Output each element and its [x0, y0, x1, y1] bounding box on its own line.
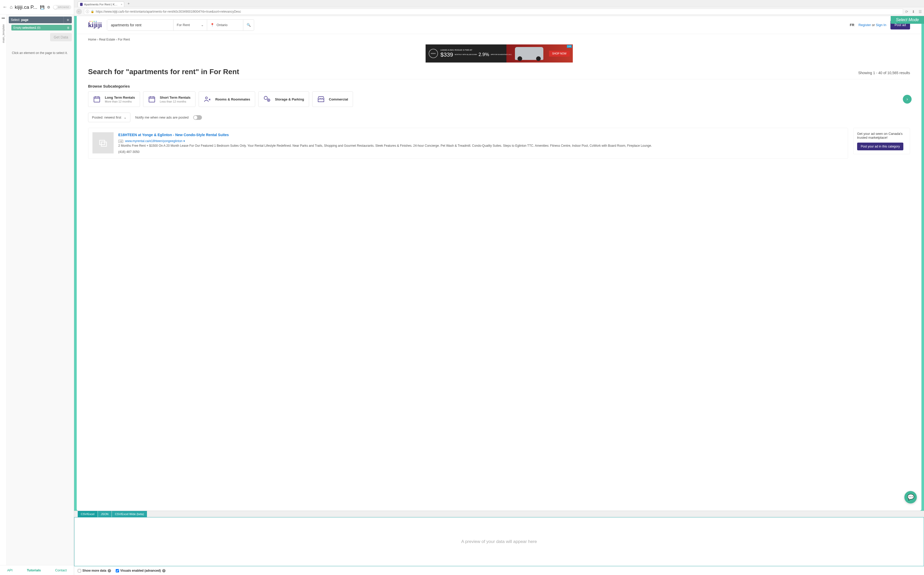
back-icon[interactable]: ←: [3, 5, 7, 10]
contact-link[interactable]: Contact: [55, 568, 67, 572]
sidebar-footer: API Tutorials Contact: [0, 565, 74, 575]
roommates-icon: [203, 95, 211, 103]
signin-link[interactable]: Sign In: [876, 23, 886, 27]
promo-text: Get your ad seen on Canada's trusted mar…: [857, 132, 906, 140]
tab-json[interactable]: JSON: [98, 511, 112, 517]
breadcrumb: Home › Real Estate › For Rent: [77, 34, 921, 43]
subcat-next-button[interactable]: ›: [903, 95, 911, 103]
category-select[interactable]: For Rent ⌄: [173, 20, 207, 30]
favicon-icon: [80, 3, 82, 6]
ad-choices-icon[interactable]: ▷✕: [567, 45, 572, 48]
save-icon[interactable]: 💾: [40, 5, 44, 9]
visuals-enabled[interactable]: Visuals enabled (advanced) ?: [116, 569, 166, 572]
get-data-button[interactable]: Get Data: [50, 33, 72, 41]
search-icon: 🔍: [247, 23, 251, 27]
listing-phone[interactable]: (416) 487-3050: [118, 149, 139, 154]
shop-now-button[interactable]: SHOP NOW: [549, 51, 569, 57]
listing-card[interactable]: E18HTEEN at Yonge & Eglinton - New Condo…: [88, 128, 848, 159]
reload-icon[interactable]: ⟳: [905, 10, 908, 14]
post-ad-category-button[interactable]: Post your ad in this category: [857, 143, 903, 150]
download-icon[interactable]: ⬇: [912, 10, 915, 14]
tab-csv-wide[interactable]: CSV/Excel Wide (beta): [112, 511, 147, 517]
subcat-long-term[interactable]: Long Term RentalsMore than 12 months: [88, 91, 140, 107]
help-icon[interactable]: ?: [108, 569, 111, 572]
listing-description: 2 Months Free Rent + $1500 On A 20 Month…: [118, 143, 844, 148]
svg-rect-6: [101, 142, 106, 146]
subcategories-heading: Browse Subcategories: [88, 84, 910, 88]
tab-csv[interactable]: CSV/Excel: [78, 511, 98, 517]
add-selection-button[interactable]: ＋: [63, 16, 72, 23]
notify-toggle[interactable]: [193, 115, 202, 120]
page-viewport: Select Mode ● ● ● ● kijiji For Rent: [74, 16, 924, 511]
sort-dropdown[interactable]: Posted: newest first ⌄: [88, 113, 130, 122]
browser-tab[interactable]: Apartments For Rent | Kijiji in Ont ×: [78, 2, 124, 7]
select-command[interactable]: Select page: [9, 16, 63, 23]
storefront-icon: [317, 95, 325, 103]
chat-icon: 💬: [907, 494, 914, 500]
site-header: ● ● ● ● kijiji For Rent ⌄ 📍: [77, 16, 921, 34]
svg-rect-5: [100, 140, 105, 145]
settings-icon[interactable]: ⚙: [47, 5, 50, 9]
lock-icon: 🔒: [90, 10, 94, 13]
delete-selection-icon[interactable]: 🗑: [67, 26, 70, 29]
storage-icon: [263, 95, 271, 103]
template-label: main_template: [2, 24, 5, 43]
data-preview-body: A preview of your data will appear here: [74, 517, 924, 566]
subcategories-row: Long Term RentalsMore than 12 months Sho…: [88, 91, 910, 107]
crumb-home[interactable]: Home: [88, 38, 96, 41]
site-info-icon[interactable]: i: [86, 10, 89, 13]
browser-tab-strip: Apartments For Rent | Kijiji in Ont × ＋: [74, 0, 924, 7]
kijiji-logo[interactable]: ● ● ● ● kijiji: [88, 21, 102, 29]
svg-point-2: [205, 97, 208, 99]
listing-url[interactable]: www.myrental.ca/e18hteen/yongeeglinton: [125, 139, 182, 143]
close-tab-icon[interactable]: ×: [121, 3, 122, 6]
select-mode-badge: Select Mode: [891, 16, 924, 24]
tab-title: Apartments For Rent | Kijiji in Ont: [84, 3, 118, 6]
search-bar: For Rent ⌄ 📍 Ontario 🔍: [107, 19, 254, 31]
url-text: https://www.kijiji.ca/b-for-rent/ontario…: [96, 10, 241, 13]
tutorials-link[interactable]: Tutorials: [27, 568, 41, 572]
sidebar-toolbar: ← ⌂ kijiji.ca P... 💾 ⚙ BROWSE: [0, 0, 74, 14]
subcat-rooms[interactable]: Rooms & Roommates: [198, 91, 255, 107]
svg-point-3: [264, 96, 268, 100]
pin-icon: 📍: [210, 23, 214, 27]
language-toggle[interactable]: FR: [850, 23, 854, 27]
notify-label: Notify me when new ads are posted: [135, 116, 189, 119]
help-icon[interactable]: ?: [162, 569, 166, 572]
subcat-commercial[interactable]: Commercial: [312, 91, 353, 107]
svg-rect-0: [94, 97, 100, 102]
register-link[interactable]: Register: [858, 23, 871, 27]
show-more-data[interactable]: Show more data ?: [78, 569, 111, 572]
location-select[interactable]: 📍 Ontario: [207, 20, 243, 30]
project-title: kijiji.ca P...: [15, 5, 38, 10]
chat-button[interactable]: 💬: [904, 491, 917, 504]
show-more-checkbox[interactable]: [78, 569, 81, 572]
calendar-icon: [148, 95, 156, 103]
promo-box: Get your ad seen on Canada's trusted mar…: [853, 128, 910, 154]
browser-back-button[interactable]: ←: [76, 9, 82, 14]
home-icon[interactable]: ⌂: [10, 5, 13, 10]
url-input[interactable]: i 🔒 https://www.kijiji.ca/b-for-rent/ont…: [84, 8, 903, 15]
more-icon[interactable]: •••: [2, 16, 5, 20]
subcat-short-term[interactable]: Short Term RentalsLess than 12 months: [143, 91, 195, 107]
subcat-storage[interactable]: Storage & Parking: [258, 91, 309, 107]
nissan-logo-icon: NISSAN: [429, 49, 438, 58]
crumb-forrent[interactable]: For Rent: [118, 38, 130, 41]
page-title: Search for "apartments for rent" in For …: [88, 68, 239, 76]
visuals-checkbox[interactable]: [116, 569, 119, 572]
hint-text: Click an element on the page to select i…: [9, 51, 72, 55]
new-tab-button[interactable]: ＋: [124, 0, 133, 7]
search-button[interactable]: 🔍: [243, 20, 254, 30]
listing-thumbnail: [92, 132, 114, 153]
chevron-down-icon: ⌄: [124, 116, 127, 119]
browse-toggle[interactable]: BROWSE: [53, 5, 71, 10]
selection-item[interactable]: Empty selection1 (0) 🗑: [11, 25, 72, 30]
search-input[interactable]: [107, 20, 173, 30]
listing-title[interactable]: E18HTEEN at Yonge & Eglinton - New Condo…: [118, 132, 844, 138]
chevron-down-icon: ⌄: [201, 23, 204, 27]
ad-banner[interactable]: ▷✕ NISSAN LEASE A 2021 ROGUE S FWD AT $3…: [426, 44, 573, 62]
crumb-realestate[interactable]: Real Estate: [99, 38, 115, 41]
results-count: Showing 1 - 40 of 10,565 results: [858, 71, 910, 75]
menu-icon[interactable]: ☰: [919, 10, 922, 14]
api-link[interactable]: API: [7, 568, 13, 572]
